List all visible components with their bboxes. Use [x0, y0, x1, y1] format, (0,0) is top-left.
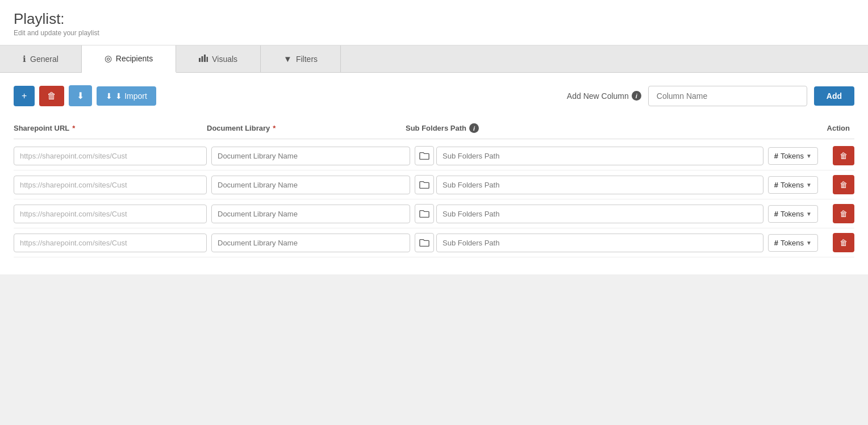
svg-rect-2 [204, 55, 206, 62]
trash-icon: 🗑 [47, 91, 56, 101]
chevron-down-icon: ▼ [806, 211, 812, 217]
col-header-action: Action [786, 123, 854, 133]
browse-folder-button[interactable] [415, 146, 434, 165]
browse-folder-button[interactable] [415, 233, 434, 252]
table-row: # Tokens ▼ 🗑 [14, 170, 854, 199]
add-column-section: Add New Column i Add [567, 86, 854, 106]
subfolder-path-input[interactable] [436, 234, 763, 252]
doc-library-input[interactable] [211, 176, 410, 194]
visuals-icon [199, 54, 208, 64]
filters-icon: ▼ [283, 54, 292, 64]
hash-icon: # [774, 239, 778, 247]
action-cell: 🗑 [823, 233, 854, 252]
hash-icon: # [774, 210, 778, 218]
subfolder-cell: # Tokens ▼ [415, 175, 818, 194]
recipients-icon: ◎ [105, 53, 112, 64]
browse-folder-button[interactable] [415, 204, 434, 223]
add-column-button[interactable]: Add [814, 86, 854, 106]
subfolder-cell: # Tokens ▼ [415, 204, 818, 223]
subfolder-path-input[interactable] [436, 176, 763, 194]
row-delete-button[interactable]: 🗑 [833, 233, 854, 252]
table-rows: # Tokens ▼ 🗑 # To [14, 141, 854, 257]
hash-icon: # [774, 181, 778, 189]
subfolder-cell: # Tokens ▼ [415, 233, 818, 252]
tokens-label: Tokens [781, 152, 804, 160]
page-title: Playlist: [14, 10, 854, 28]
toolbar: + 🗑 ⬇ ⬇ ⬇ Import Add New Column i Add [14, 85, 854, 106]
row-delete-button[interactable]: 🗑 [833, 175, 854, 194]
tokens-label: Tokens [781, 181, 804, 189]
hash-icon: # [774, 152, 778, 160]
import-icon: ⬇ [106, 91, 112, 101]
download-icon: ⬇ [77, 90, 84, 101]
column-name-input[interactable] [648, 86, 807, 106]
subfolders-info-icon[interactable]: i [469, 123, 479, 133]
info-icon: ℹ [23, 54, 26, 64]
browse-folder-button[interactable] [415, 175, 434, 194]
tab-filters[interactable]: ▼ Filters [261, 45, 341, 72]
doc-library-input[interactable] [211, 234, 410, 252]
table-row: # Tokens ▼ 🗑 [14, 228, 854, 257]
tab-general-label: General [30, 55, 59, 64]
table-header: Sharepoint URL* Document Library* Sub Fo… [14, 120, 854, 139]
subfolder-cell: # Tokens ▼ [415, 146, 818, 165]
chevron-down-icon: ▼ [806, 182, 812, 188]
svg-rect-0 [199, 58, 201, 62]
delete-button[interactable]: 🗑 [39, 86, 64, 106]
import-label: ⬇ Import [115, 91, 147, 101]
tokens-dropdown-button[interactable]: # Tokens ▼ [768, 205, 818, 223]
add-column-label: Add New Column i [567, 91, 641, 101]
row-delete-button[interactable]: 🗑 [833, 146, 854, 165]
trash-icon: 🗑 [840, 238, 848, 247]
tab-recipients[interactable]: ◎ Recipients [82, 45, 176, 73]
svg-rect-3 [207, 57, 208, 62]
tab-general[interactable]: ℹ General [0, 45, 82, 72]
page-header: Playlist: Edit and update your playlist [0, 0, 868, 45]
tokens-dropdown-button[interactable]: # Tokens ▼ [768, 147, 818, 165]
plus-icon: + [22, 91, 27, 101]
table-row: # Tokens ▼ 🗑 [14, 141, 854, 170]
trash-icon: 🗑 [840, 209, 848, 218]
svg-rect-1 [202, 56, 203, 62]
add-row-button[interactable]: + [14, 86, 35, 106]
tokens-dropdown-button[interactable]: # Tokens ▼ [768, 176, 818, 194]
table-row: # Tokens ▼ 🗑 [14, 199, 854, 228]
tab-visuals-label: Visuals [212, 55, 237, 64]
chevron-down-icon: ▼ [806, 240, 812, 246]
col-header-doclibrary: Document Library* [207, 123, 406, 133]
add-column-info-icon[interactable]: i [632, 91, 641, 101]
tab-visuals[interactable]: Visuals [176, 45, 261, 72]
trash-icon: 🗑 [840, 151, 848, 160]
sharepoint-url-input[interactable] [14, 176, 207, 194]
action-cell: 🗑 [823, 175, 854, 194]
tab-filters-label: Filters [296, 55, 318, 64]
subfolder-path-input[interactable] [436, 147, 763, 165]
col-header-subfolders: Sub Folders Path i [406, 123, 786, 133]
action-cell: 🗑 [823, 146, 854, 165]
trash-icon: 🗑 [840, 180, 848, 189]
sharepoint-url-input[interactable] [14, 147, 207, 165]
download-button[interactable]: ⬇ [69, 85, 92, 106]
chevron-down-icon: ▼ [806, 153, 812, 159]
tokens-label: Tokens [781, 239, 804, 247]
subfolder-path-input[interactable] [436, 205, 763, 223]
tokens-dropdown-button[interactable]: # Tokens ▼ [768, 234, 818, 252]
sharepoint-url-input[interactable] [14, 234, 207, 252]
import-button[interactable]: ⬇ ⬇ Import [97, 86, 156, 106]
action-cell: 🗑 [823, 204, 854, 223]
page-subtitle: Edit and update your playlist [14, 29, 854, 37]
row-delete-button[interactable]: 🗑 [833, 204, 854, 223]
col-header-sharepoint: Sharepoint URL* [14, 123, 207, 133]
tabs-bar: ℹ General ◎ Recipients Visuals ▼ Filters [0, 45, 868, 73]
main-content: + 🗑 ⬇ ⬇ ⬇ Import Add New Column i Add Sh… [0, 73, 868, 274]
sharepoint-url-input[interactable] [14, 205, 207, 223]
doc-library-input[interactable] [211, 205, 410, 223]
tab-recipients-label: Recipients [116, 54, 153, 63]
doc-library-input[interactable] [211, 147, 410, 165]
tokens-label: Tokens [781, 210, 804, 218]
